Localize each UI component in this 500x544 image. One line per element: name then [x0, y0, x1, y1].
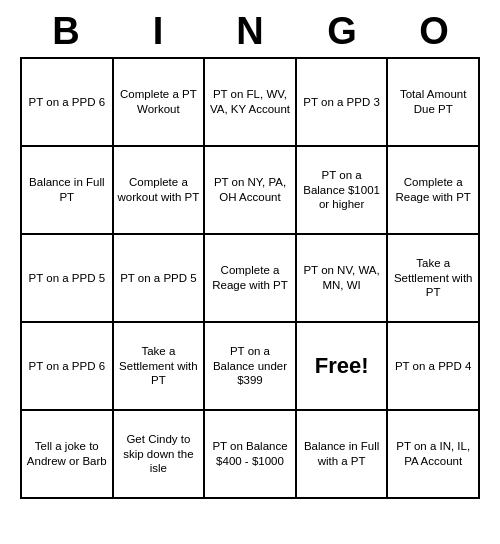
cell-15: PT on a PPD 6: [22, 323, 114, 411]
letter-n: N: [206, 10, 294, 53]
cell-5: Balance in Full PT: [22, 147, 114, 235]
cell-1: Complete a PT Workout: [114, 59, 206, 147]
cell-24: PT on a IN, IL, PA Account: [388, 411, 480, 499]
cell-19: PT on a PPD 4: [388, 323, 480, 411]
cell-18-free: Free!: [297, 323, 389, 411]
cell-16: Take a Settlement with PT: [114, 323, 206, 411]
cell-17: PT on a Balance under $399: [205, 323, 297, 411]
cell-10: PT on a PPD 5: [22, 235, 114, 323]
bingo-title: B I N G O: [20, 10, 480, 53]
cell-8: PT on a Balance $1001 or higher: [297, 147, 389, 235]
cell-13: PT on NV, WA, MN, WI: [297, 235, 389, 323]
cell-12: Complete a Reage with PT: [205, 235, 297, 323]
cell-20: Tell a joke to Andrew or Barb: [22, 411, 114, 499]
cell-21: Get Cindy to skip down the isle: [114, 411, 206, 499]
letter-b: B: [22, 10, 110, 53]
cell-22: PT on Balance $400 - $1000: [205, 411, 297, 499]
cell-7: PT on NY, PA, OH Account: [205, 147, 297, 235]
cell-3: PT on a PPD 3: [297, 59, 389, 147]
cell-14: Take a Settlement with PT: [388, 235, 480, 323]
bingo-grid: PT on a PPD 6 Complete a PT Workout PT o…: [20, 57, 480, 499]
cell-6: Complete a workout with PT: [114, 147, 206, 235]
cell-9: Complete a Reage with PT: [388, 147, 480, 235]
letter-i: I: [114, 10, 202, 53]
cell-11: PT on a PPD 5: [114, 235, 206, 323]
letter-o: O: [390, 10, 478, 53]
cell-4: Total Amount Due PT: [388, 59, 480, 147]
cell-2: PT on FL, WV, VA, KY Account: [205, 59, 297, 147]
cell-23: Balance in Full with a PT: [297, 411, 389, 499]
cell-0: PT on a PPD 6: [22, 59, 114, 147]
letter-g: G: [298, 10, 386, 53]
